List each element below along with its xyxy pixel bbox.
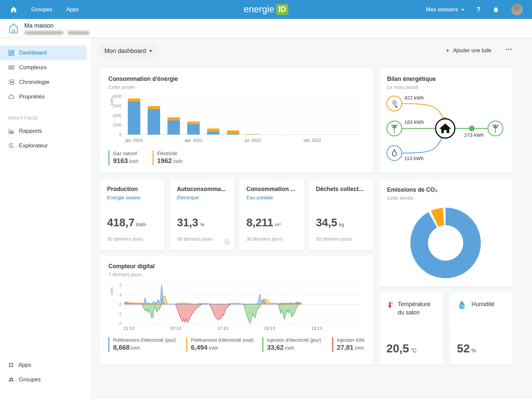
tile-title: Emissions de CO₂ [387, 186, 504, 193]
sidebar-item-apps[interactable]: Apps [0, 358, 87, 372]
add-tile-button[interactable]: + Ajouter une tuile [446, 47, 491, 54]
bar-chart-icon [8, 128, 15, 134]
dashboard-selector-label: Mon dashboard [104, 48, 146, 55]
tile-temperature-salon[interactable]: Température du salon 20,5°C [379, 293, 443, 364]
legend-prelevement-jour: Prélèvement d'électricité (jour) 8,668kW… [108, 337, 186, 352]
svg-text:03:13: 03:13 [264, 326, 275, 331]
metric-period: 30 derniers jours [177, 236, 213, 242]
svg-text:3000: 3000 [112, 104, 122, 108]
tile-consommation-eau[interactable]: Consommation ... Eau potable 8,211m³ 30 … [239, 179, 304, 250]
thermometer-icon [386, 299, 393, 310]
mes-dossiers-dropdown[interactable]: Mes dossiers [426, 6, 465, 13]
humidity-drop-icon: % [457, 299, 467, 310]
sensor-title: Température du salon [398, 299, 436, 317]
co2-donut-chart [410, 208, 481, 278]
svg-text:0: 0 [119, 132, 122, 137]
svg-text:07:13: 07:13 [171, 326, 181, 331]
grid-out-value: 273 kWh [464, 132, 484, 138]
grid-export-dot [469, 126, 475, 131]
tile-consommation-energie[interactable]: Consommation d'énergie Cette année 01000… [100, 68, 373, 172]
tile-emissions-co2[interactable]: Emissions de CO₂ Cette année [379, 179, 512, 287]
sidebar-item-label: Groupes [19, 376, 41, 383]
more-options-button[interactable]: ⋯ [505, 45, 513, 54]
people-group-icon [8, 376, 15, 383]
svg-text:-2: -2 [118, 321, 122, 326]
sidebar-item-label: Dashboard [19, 50, 47, 56]
sensor-title: Humidité [471, 299, 494, 308]
chevron-down-icon [461, 9, 465, 11]
sidebar-item-compteurs[interactable]: 49 Compteurs [0, 60, 87, 75]
svg-text:2000: 2000 [112, 113, 122, 118]
tile-humidite[interactable]: % Humidité 52% [450, 293, 512, 364]
dashboard-main: Mon dashboard + Ajouter une tuile ⋯ Cons… [92, 38, 532, 399]
sidebar-item-label: Chronologie [19, 79, 50, 86]
metric-link-eau-potable[interactable]: Eau potable [246, 195, 297, 200]
solar-node [387, 96, 402, 111]
house-outline-icon [8, 22, 19, 34]
digital-meter-legend: Prélèvement d'électricité (jour) 8,668kW… [108, 337, 364, 352]
metric-value: 31,3% [177, 216, 204, 229]
brand-badge: ID [276, 4, 288, 15]
sidebar-item-groupes[interactable]: Groupes [0, 372, 87, 387]
home-icon[interactable] [10, 6, 17, 13]
sidebar-item-label: Apps [18, 362, 31, 368]
tile-subtitle: Cette année [387, 195, 504, 201]
legend-prelevement-nuit: Prélèvement d'électricité (nuit) 6,494kW… [186, 337, 262, 352]
sidebar-item-explorateur[interactable]: Explorateur [0, 138, 87, 153]
svg-text:21:13: 21:13 [124, 326, 134, 331]
sidebar-item-label: Propriétés [19, 94, 45, 100]
svg-text:4: 4 [9, 66, 10, 69]
tile-compteur-digital[interactable]: Compteur digital 7 derniers jours -2-101… [100, 256, 373, 364]
chevron-down-icon [149, 50, 152, 52]
tile-title: Compteur digital [108, 263, 364, 270]
svg-text:4000: 4000 [112, 94, 122, 99]
sidebar-item-rapports[interactable]: Rapports [0, 124, 87, 138]
nav-groupes[interactable]: Groupes [31, 6, 52, 13]
svg-text:kWh: kWh [110, 287, 114, 295]
sensor-value: 20,5°C [386, 342, 417, 355]
user-avatar[interactable] [511, 4, 523, 15]
metric-link-energie-solaire[interactable]: Energie solaire [107, 195, 157, 200]
info-icon[interactable]: ⓘ [224, 239, 230, 246]
dashboard-selector[interactable]: Mon dashboard [100, 45, 157, 57]
svg-text:9: 9 [12, 66, 14, 69]
gas-value: 113 kWh [404, 155, 424, 161]
legend-electricite: Électricité 1962kWh [153, 150, 183, 165]
tile-bilan-energetique[interactable]: Bilan énergétique Le mois passé [379, 68, 512, 172]
brand-text: energie [244, 4, 274, 15]
record-header: Ma maison [0, 19, 532, 38]
help-button[interactable]: ? [476, 6, 480, 13]
legend-injection-nuit: Injection d'électric 27,81kWh [332, 337, 364, 352]
energy-bar-chart: 01000200030004000kWhjan. 2022apr. 2022ju… [108, 93, 364, 146]
svg-text:1000: 1000 [112, 123, 122, 127]
svg-text:2: 2 [119, 283, 122, 288]
apps-grid-icon [8, 362, 14, 368]
notifications-bell-icon[interactable] [492, 6, 499, 13]
tile-autoconsommation[interactable]: Autoconsomma... Électrique 31,3% 30 dern… [170, 179, 234, 250]
sidebar-section-analytique: ANALYTIQUE [8, 115, 91, 120]
metric-link-electrique[interactable]: Électrique [177, 195, 227, 200]
avatar-blurred-photo [511, 4, 523, 15]
tile-title: Autoconsomma... [177, 186, 227, 193]
sidebar-item-chronologie[interactable]: Chronologie [0, 75, 87, 90]
sidebar-item-proprietes[interactable]: Propriétés [0, 90, 87, 104]
tile-title: Production [107, 186, 157, 193]
tile-dechets-collectes[interactable]: Déchets collect... 34,5kg 30 derniers jo… [309, 179, 373, 250]
nav-apps[interactable]: Apps [66, 6, 79, 13]
sidebar-item-label: Explorateur [19, 142, 48, 149]
metric-period: 30 derniers jours [246, 236, 282, 242]
metric-value: 34,5kg [316, 216, 344, 229]
tile-subtitle: 7 derniers jours [108, 272, 364, 277]
tile-subtitle: Le mois passé [387, 85, 504, 90]
sidebar-item-label: Compteurs [19, 64, 47, 71]
record-title: Ma maison [24, 22, 89, 29]
sidebar-item-dashboard[interactable]: Dashboard [0, 46, 87, 60]
add-tile-label: Ajouter une tuile [453, 48, 491, 54]
tile-production[interactable]: Production Energie solaire 418,7kWh 30 d… [100, 179, 165, 250]
tile-title: Déchets collect... [316, 186, 366, 193]
svg-text:kWh: kWh [110, 98, 114, 105]
record-subtitle-redacted [24, 31, 89, 35]
svg-text:jan. 2022: jan. 2022 [125, 138, 143, 143]
svg-text:apr. 2022: apr. 2022 [185, 138, 202, 143]
grid-in-value: 183 kWh [404, 119, 424, 125]
